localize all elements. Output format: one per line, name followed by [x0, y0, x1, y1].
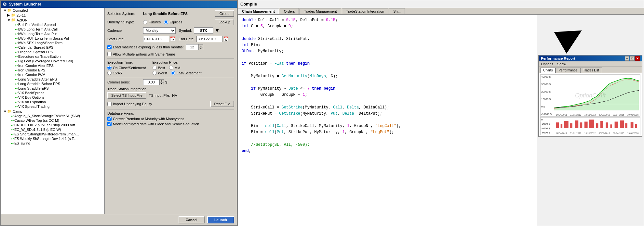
perf-tab-performance[interactable]: Performance: [556, 68, 580, 73]
tree-label: bWb SPX Long&Short Term: [18, 41, 62, 45]
equities-radio[interactable]: [164, 20, 168, 24]
tree-camp[interactable]: ▼ 📁 Camp: [1, 109, 104, 114]
load-maturities-row: Load maturities expiring in less than mo…: [107, 44, 234, 50]
mid-radio[interactable]: [169, 66, 173, 70]
start-date-calendar-icon[interactable]: 📅: [170, 36, 175, 42]
code-line-19: Bin = sell(Put, StrikePut, MyMaturity, 1…: [242, 129, 533, 135]
commissions-up-button[interactable]: ▲: [159, 79, 164, 82]
menu-show[interactable]: Show: [557, 62, 566, 66]
tree-long-straddle-eps[interactable]: ↩ Long Straddle EPS: [1, 86, 104, 91]
tree-bull-put[interactable]: ↩ Bull Put Vertical Spread: [1, 22, 104, 27]
tree-bwb-put[interactable]: ↩ bWb Long Term Alta Put: [1, 31, 104, 36]
tree-azioni[interactable]: ▼ 📁 AZIONI: [1, 18, 104, 22]
code-line-17: [242, 117, 533, 123]
menu-options[interactable]: Options: [541, 62, 553, 66]
titlebar: ⚙ System Launcher: [1, 1, 237, 8]
months-spinner-input[interactable]: [186, 44, 199, 50]
strategy-tree[interactable]: ▼ 📁 Compiled ▶ 📁 25-11 ▼ 📁 AZIONI: [1, 8, 105, 214]
folder-icon: 📁: [7, 109, 12, 113]
tab-tradestation[interactable]: TradeStation Integration: [342, 8, 389, 14]
time-1545-option[interactable]: 15:45: [107, 71, 146, 75]
tree-es-weekly[interactable]: ↩ ES Weekly ShStrangle Dev 1.4 1 (s ES-W…: [1, 136, 104, 141]
tree-bwb-rut[interactable]: ↩ bWb RUT Long Term Bassa Put: [1, 36, 104, 41]
tree-iron-condor-eps[interactable]: ↩ Iron Condor EPS: [1, 68, 104, 72]
tree-label: VIX Buy Options: [18, 95, 45, 99]
end-date-input[interactable]: [196, 36, 222, 42]
tree-iron-condor-after[interactable]: ↩ Iron Condor After EPS: [1, 63, 104, 68]
tree-cacao[interactable]: ↩ Cacao WEvo Top (ss CC-M): [1, 118, 104, 123]
tree-esecutore[interactable]: ↩ Esecutore da TradeStation: [1, 54, 104, 59]
end-date-calendar-icon[interactable]: 📅: [223, 36, 229, 42]
tree-label: ES Weekly ShStrangle Dev 1.4 1 (s ES-W): [14, 137, 79, 141]
tree-fig-leaf[interactable]: ↩ Fig Leaf (Leveraged Covered Call): [1, 59, 104, 63]
commissions-input[interactable]: [143, 79, 159, 85]
perf-tab-trades-list[interactable]: Trades List: [580, 68, 602, 73]
perf-tab-charts[interactable]: Charts: [540, 68, 556, 73]
correct-premium-checkbox[interactable]: [107, 117, 112, 121]
select-ts-button[interactable]: Select TS Input File: [107, 92, 146, 99]
tree-vix-buy[interactable]: ↩ VIX Buy Options: [1, 95, 104, 100]
tab-orders[interactable]: Orders: [280, 8, 299, 14]
import-equity-checkbox[interactable]: [107, 102, 112, 106]
best-radio[interactable]: [153, 66, 157, 70]
start-date-input[interactable]: [143, 36, 169, 42]
model-corrupted-checkbox[interactable]: [107, 122, 112, 126]
launch-button[interactable]: Launch: [207, 216, 234, 223]
on-close-option[interactable]: On Close/Settlement: [107, 66, 146, 70]
tree-vix-spread[interactable]: ↩ VIX Spread Trading: [1, 104, 104, 109]
last-settlement-option[interactable]: Last/Settlement: [171, 71, 201, 75]
tab-sh[interactable]: Sh...: [389, 8, 405, 14]
cancel-button[interactable]: Cancel: [179, 216, 205, 223]
tree-long-straddle-before[interactable]: ↩ Long Straddle Before EPS: [1, 82, 104, 86]
tree-vix-backspread[interactable]: ↩ VIX BackSpread: [1, 91, 104, 95]
months-down-button[interactable]: ▼: [199, 47, 203, 50]
commissions-down-button[interactable]: ▼: [159, 82, 164, 85]
minimize-button[interactable]: ─: [625, 56, 629, 61]
compile-window: Compile Chain Management Orders Trades M…: [237, 0, 644, 226]
svg-rect-8: [564, 121, 569, 128]
tree-iron-condor-iwm[interactable]: ↩ Iron Condor IWM: [1, 72, 104, 77]
tree-bwb-spx[interactable]: ↩ bWb SPX Long&Short Term: [1, 41, 104, 45]
symbol-input[interactable]: [194, 27, 213, 34]
reset-file-button[interactable]: Reset File: [210, 101, 234, 107]
time-1545-radio[interactable]: [107, 71, 112, 75]
months-up-button[interactable]: ▲: [199, 44, 203, 47]
strategy-icon: ↩: [11, 137, 14, 141]
worst-option[interactable]: Worst: [153, 71, 168, 75]
tree-vix-expiration[interactable]: ↩ VIX on Expiration: [1, 100, 104, 104]
tree-crude-oil[interactable]: ↩ CRUDE OIL 2 put-1 call stop 2000 Vitto…: [1, 123, 104, 127]
allow-multiple-label: Allow Multiple Entries with Same Name: [113, 52, 175, 56]
tab-trades[interactable]: Trades Management: [300, 8, 341, 14]
tree-long-straddle-after[interactable]: ↩ Long Straddle After EPS: [1, 77, 104, 82]
futures-radio[interactable]: [143, 20, 147, 24]
last-settlement-radio[interactable]: [171, 71, 175, 75]
tree-diagonal[interactable]: ↩ Diagonal Spread EPS: [1, 50, 104, 54]
futures-option[interactable]: Futures: [143, 20, 161, 24]
mid-option[interactable]: Mid: [169, 66, 181, 70]
tree-bwb-call[interactable]: ↩ bWb Long Term Alta Call: [1, 27, 104, 31]
maximize-button[interactable]: □: [630, 56, 635, 61]
strategy-icon: ↩: [15, 41, 18, 45]
cadence-select[interactable]: Monthly Weekly Daily: [143, 27, 176, 34]
tree-calendar[interactable]: ↩ Calendar Spread EPS: [1, 45, 104, 50]
code-editor[interactable]: double DeltaCall = 0.15, DeltaPut = 0.15…: [238, 15, 537, 226]
tree-ec-w[interactable]: ↩ EC_W_SDp1.5c1.5 (s EC-W): [1, 127, 104, 132]
tree-compiled[interactable]: ▼ 📁 Compiled: [1, 8, 104, 13]
on-close-radio[interactable]: [107, 66, 112, 70]
arrow-icon: ◀: [551, 15, 589, 55]
allow-multiple-checkbox[interactable]: [107, 52, 112, 56]
lookup-button[interactable]: Lookup: [215, 19, 234, 25]
tree-es-swing[interactable]: ↩ ES_swing: [1, 141, 104, 145]
tree-es-short[interactable]: ↩ ES ShortStrangleWFilteredPremiumandSD: [1, 132, 104, 136]
equities-option[interactable]: Equities: [164, 20, 182, 24]
load-maturities-checkbox[interactable]: [107, 45, 112, 49]
tree-25-11[interactable]: ▶ 📁 25-11: [1, 13, 104, 18]
close-button[interactable]: ✕: [635, 56, 640, 61]
best-option[interactable]: Best: [153, 66, 165, 70]
worst-radio[interactable]: [153, 71, 157, 75]
group-button[interactable]: Group: [215, 10, 234, 17]
tree-angelo[interactable]: ↩ Angelo_S_ShortStrangleFVWithSL (S-W): [1, 114, 104, 118]
tab-chain[interactable]: Chain Management: [238, 8, 279, 14]
symbol-dropdown-icon[interactable]: ▼: [215, 28, 220, 33]
tree-label: Fig Leaf (Leveraged Covered Call): [18, 59, 73, 63]
